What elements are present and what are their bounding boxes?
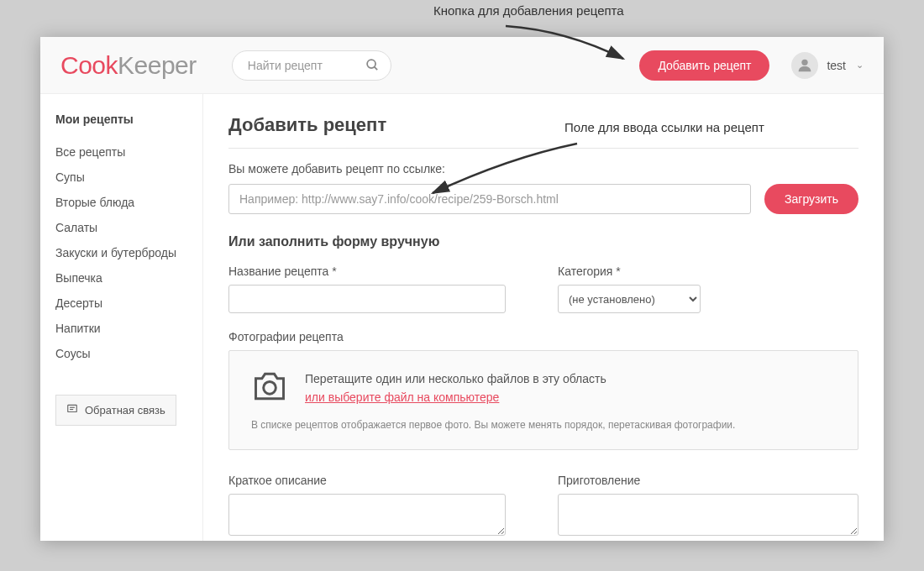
sidebar-item-salads[interactable]: Салаты [55,215,187,240]
sidebar-title: Мои рецепты [55,113,187,126]
svg-line-1 [374,66,377,70]
feedback-label: Обратная связь [85,404,165,416]
choose-file-link[interactable]: или выберите файл на компьютере [305,390,499,404]
photos-label: Фотографии рецепта [228,330,858,343]
search-icon[interactable] [365,58,380,76]
chevron-down-icon: ⌄ [856,60,864,71]
category-field-group: Категория * (не установлено) [558,265,701,313]
add-recipe-button[interactable]: Добавить рецепт [639,50,769,81]
form-row-1: Название рецепта * Категория * (не устан… [228,265,858,313]
arrow-to-add-button [499,24,633,67]
user-menu[interactable]: test ⌄ [791,52,864,79]
app-window: CookKeeper Добавить рецепт test ⌄ Мои ре… [40,37,884,541]
preparation-input[interactable] [558,494,858,536]
load-button[interactable]: Загрузить [764,184,858,214]
annotation-url-field: Поле для ввода ссылки на рецепт [564,120,764,134]
sidebar-item-main-courses[interactable]: Вторые блюда [55,190,187,215]
sidebar-item-sauces[interactable]: Соусы [55,341,187,366]
arrow-to-url-field [424,141,584,202]
feedback-button[interactable]: Обратная связь [55,395,176,426]
photo-dropzone[interactable]: Перетащите один или несколько файлов в э… [228,350,858,450]
dropzone-hint: В списке рецептов отображается первое фо… [251,419,836,431]
sidebar: Мои рецепты Все рецепты Супы Вторые блюд… [40,94,203,541]
svg-rect-3 [68,405,77,411]
category-label: Категория * [558,265,701,278]
category-select[interactable]: (не установлено) [558,285,701,313]
sidebar-item-all[interactable]: Все рецепты [55,139,187,165]
sidebar-item-soups[interactable]: Супы [55,165,187,190]
sidebar-item-desserts[interactable]: Десерты [55,291,187,316]
dropzone-text: Перетащите один или несколько файлов в э… [305,369,606,407]
logo-part1: Cook [60,51,118,79]
header: CookKeeper Добавить рецепт test ⌄ [40,37,884,94]
name-field-group: Название рецепта * [228,265,506,313]
photo-section: Фотографии рецепта Перетащите один или н… [228,330,858,450]
search-box [232,50,391,81]
manual-title: Или заполнить форму вручную [228,234,858,249]
svg-point-2 [802,59,808,65]
recipe-name-input[interactable] [228,285,506,313]
camera-icon [251,370,288,406]
short-desc-label: Краткое описание [228,474,506,487]
svg-point-0 [367,60,375,68]
svg-point-6 [264,382,276,395]
logo-part2: Keeper [118,51,197,79]
feedback-icon [66,403,78,417]
name-label: Название рецепта * [228,265,506,278]
preparation-label: Приготовление [558,474,858,487]
sidebar-item-baking[interactable]: Выпечка [55,265,187,291]
preparation-group: Приготовление [558,474,858,539]
sidebar-item-drinks[interactable]: Напитки [55,316,187,341]
avatar [791,52,818,79]
logo: CookKeeper [60,51,197,80]
annotation-add-button: Кнопка для добавления рецепта [433,3,624,18]
sidebar-item-snacks[interactable]: Закуски и бутерброды [55,240,187,265]
form-row-2: Краткое описание Приготовление [228,474,858,539]
short-desc-group: Краткое описание [228,474,506,539]
short-desc-input[interactable] [228,494,506,536]
user-name: test [827,59,846,72]
